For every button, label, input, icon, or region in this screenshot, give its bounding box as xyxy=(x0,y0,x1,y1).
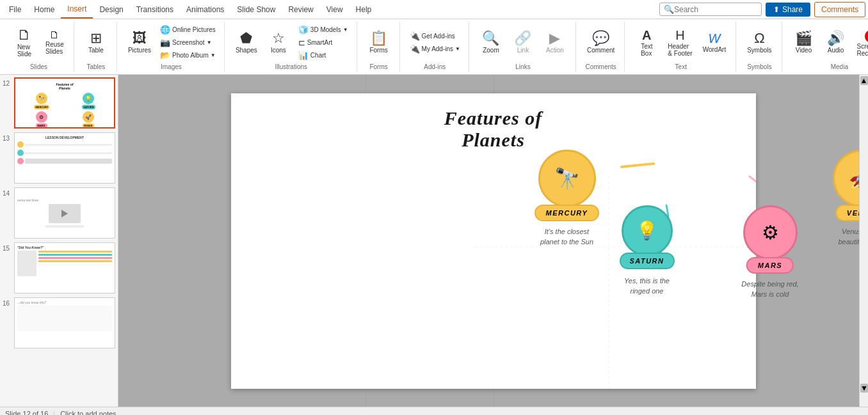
slide-number-15: 15 xyxy=(3,242,12,252)
forms-button[interactable]: 📋 Forms xyxy=(364,28,394,57)
pictures-button[interactable]: 🖼 Pictures xyxy=(124,28,156,57)
screenshot-button[interactable]: 📷 Screenshot ▼ xyxy=(157,36,219,49)
reuse-slides-button[interactable]: 🗋 ReuseSlides xyxy=(41,27,68,58)
ribbon-group-slides: 🗋 NewSlide 🗋 ReuseSlides Slides xyxy=(4,22,74,72)
comments-button[interactable]: Comments xyxy=(814,2,865,17)
symbols-button[interactable]: Ω Symbols xyxy=(743,28,776,57)
slide-item-12[interactable]: 12 Features ofPlanets 🔭 MERCURY 💡 SATURN xyxy=(3,77,115,129)
slide-panel[interactable]: 12 Features ofPlanets 🔭 MERCURY 💡 SATURN xyxy=(0,75,118,407)
right-scrollbar[interactable]: ▲ ▼ xyxy=(859,75,868,407)
links-group-label: Links xyxy=(515,62,530,70)
scroll-up-arrow[interactable]: ▲ xyxy=(860,76,868,85)
icons-button[interactable]: ☆ Icons xyxy=(263,28,294,57)
ribbon: File Home Insert Design Transitions Anim… xyxy=(0,0,868,75)
canvas-area: Features of Planets 🔭 MERCURY It's the c… xyxy=(118,75,868,407)
status-bar: Slide 12 of 16 | Click to add notes xyxy=(0,407,868,415)
audio-button[interactable]: 🔊 Audio xyxy=(821,28,851,57)
illustrations-group-label: Illustrations xyxy=(275,62,307,70)
tab-help[interactable]: Help xyxy=(350,1,378,18)
ribbon-group-text: A TextBox H Header& Footer W WordArt Tex… xyxy=(626,22,736,72)
link-icon: 🔗 xyxy=(514,31,531,45)
header-footer-button[interactable]: H Header& Footer xyxy=(663,26,696,60)
symbols-icon: Ω xyxy=(754,31,764,45)
tab-view[interactable]: View xyxy=(320,1,350,18)
online-pictures-button[interactable]: 🌐 Online Pictures xyxy=(157,24,219,36)
get-addins-button[interactable]: 🔌 Get Add-ins xyxy=(406,30,463,42)
photo-album-button[interactable]: 📂 Photo Album ▼ xyxy=(157,49,219,61)
screen-recording-button[interactable]: ⬤ ScreenRecording xyxy=(853,26,868,60)
action-button[interactable]: ▶ Action xyxy=(540,28,570,57)
slide-number-12: 12 xyxy=(3,77,12,87)
ribbon-group-comments: 💬 Comment Comments xyxy=(577,22,625,72)
svg-line-0 xyxy=(622,164,654,167)
shapes-button[interactable]: ⬟ Shapes xyxy=(231,28,262,57)
my-addins-dropdown-icon: ▼ xyxy=(455,46,460,52)
slide-item-13[interactable]: 13 Lesson Development xyxy=(3,132,115,184)
tab-review[interactable]: Review xyxy=(282,1,319,18)
search-icon: 🔍 xyxy=(664,4,674,14)
slide-thumb-15[interactable]: "Did You Know?" xyxy=(14,242,115,294)
tab-animations[interactable]: Animations xyxy=(180,1,230,18)
scroll-down-arrow[interactable]: ▼ xyxy=(860,384,868,393)
slide-thumb-12[interactable]: Features ofPlanets 🔭 MERCURY 💡 SATURN xyxy=(14,77,115,129)
slide-item-15[interactable]: 15 "Did You Know?" xyxy=(3,242,115,294)
slide-thumb-13[interactable]: Lesson Development xyxy=(14,132,115,184)
tab-insert[interactable]: Insert xyxy=(61,1,93,19)
slide-number-16: 16 xyxy=(3,297,12,307)
slide-item-14[interactable]: 14 some text lines xyxy=(3,187,115,239)
mars-desc: Despite being red,Mars is cold xyxy=(741,279,798,300)
screenshot-icon: 📷 xyxy=(160,38,170,47)
search-input[interactable] xyxy=(674,5,757,14)
zoom-button[interactable]: 🔍 Zoom xyxy=(476,28,506,57)
slide-item-16[interactable]: 16 ...did you know this? xyxy=(3,297,115,348)
main-layout: 12 Features ofPlanets 🔭 MERCURY 💡 SATURN xyxy=(0,75,868,407)
my-addins-icon: 🔌 xyxy=(410,44,420,54)
3d-models-dropdown-icon: ▼ xyxy=(343,27,348,33)
comment-button[interactable]: 💬 Comment xyxy=(583,28,619,57)
textbox-button[interactable]: A TextBox xyxy=(631,26,662,60)
share-button[interactable]: ⬆ Share xyxy=(766,3,810,17)
reuse-slides-icon: 🗋 xyxy=(49,30,60,40)
mercury-desc: It's the closestplanet to the Sun xyxy=(540,226,593,247)
new-slide-button[interactable]: 🗋 NewSlide xyxy=(9,25,40,61)
wordart-button[interactable]: W WordArt xyxy=(698,29,731,56)
photo-album-icon: 📂 xyxy=(160,51,170,60)
chart-button[interactable]: 📊 Chart xyxy=(295,49,351,61)
comments-group-label: Comments xyxy=(585,62,616,70)
slide-number-13: 13 xyxy=(3,132,12,142)
icons-icon: ☆ xyxy=(272,31,285,45)
slide-status: Slide 12 of 16 xyxy=(5,410,48,416)
tab-file[interactable]: File xyxy=(3,1,28,18)
search-box[interactable]: 🔍 xyxy=(659,3,762,16)
screen-recording-icon: ⬤ xyxy=(864,29,868,42)
tab-slideshow[interactable]: Slide Show xyxy=(230,1,282,18)
video-icon: 🎬 xyxy=(795,31,812,45)
planet-saturn-group[interactable]: 💡 SATURN Yes, this is theringed one xyxy=(622,205,673,256)
3d-models-button[interactable]: 🧊 3D Models ▼ xyxy=(295,24,351,36)
ribbon-group-forms: 📋 Forms Forms xyxy=(358,22,400,72)
tab-transitions[interactable]: Transitions xyxy=(130,1,180,18)
smartart-button[interactable]: ⊏ SmartArt xyxy=(295,36,351,49)
planet-mercury-group[interactable]: 🔭 MERCURY It's the closestplanet to the … xyxy=(538,150,596,207)
mars-circle: ⚙ xyxy=(743,205,798,260)
slide-thumb-14[interactable]: some text lines xyxy=(14,187,115,239)
pictures-icon: 🖼 xyxy=(133,31,147,45)
video-button[interactable]: 🎬 Video xyxy=(789,28,819,57)
ribbon-group-media: 🎬 Video 🔊 Audio ⬤ ScreenRecording Media xyxy=(784,22,868,72)
planet-mars-group[interactable]: ⚙ MARS Despite being red,Mars is cold xyxy=(743,205,798,260)
tables-group-label: Tables xyxy=(86,62,105,70)
new-slide-icon: 🗋 xyxy=(17,28,31,42)
my-addins-button[interactable]: 🔌 My Add-ins ▼ xyxy=(406,43,463,55)
saturn-desc: Yes, this is theringed one xyxy=(624,276,670,297)
ribbon-group-illustrations: ⬟ Shapes ☆ Icons 🧊 3D Models ▼ ⊏ SmartAr xyxy=(226,22,357,72)
slide-thumb-16[interactable]: ...did you know this? xyxy=(14,297,115,348)
smartart-icon: ⊏ xyxy=(298,38,305,47)
tab-home[interactable]: Home xyxy=(28,1,61,18)
slide-canvas[interactable]: Features of Planets 🔭 MERCURY It's the c… xyxy=(231,93,756,389)
wordart-icon: W xyxy=(708,32,720,45)
table-button[interactable]: ⊞ Table xyxy=(81,28,111,57)
slide-title: Features of Planets xyxy=(444,107,543,151)
text-group-label: Text xyxy=(675,62,687,70)
tab-design[interactable]: Design xyxy=(93,1,129,18)
link-button[interactable]: 🔗 Link xyxy=(508,28,538,57)
